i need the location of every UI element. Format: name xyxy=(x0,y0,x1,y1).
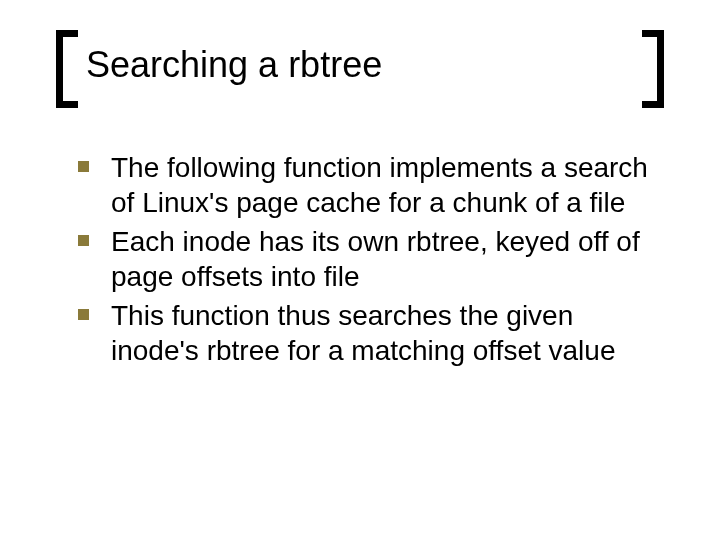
list-item-text: This function thus searches the given in… xyxy=(111,298,660,368)
left-bracket-icon xyxy=(56,30,78,108)
list-item: This function thus searches the given in… xyxy=(78,298,660,368)
list-item: The following function implements a sear… xyxy=(78,150,660,220)
list-item-text: Each inode has its own rbtree, keyed off… xyxy=(111,224,660,294)
square-bullet-icon xyxy=(78,309,89,320)
square-bullet-icon xyxy=(78,235,89,246)
title-bar: Searching a rbtree xyxy=(56,36,664,106)
square-bullet-icon xyxy=(78,161,89,172)
body-content: The following function implements a sear… xyxy=(78,150,660,372)
list-item: Each inode has its own rbtree, keyed off… xyxy=(78,224,660,294)
list-item-text: The following function implements a sear… xyxy=(111,150,660,220)
slide: Searching a rbtree The following functio… xyxy=(0,0,720,540)
right-bracket-icon xyxy=(642,30,664,108)
slide-title: Searching a rbtree xyxy=(86,44,382,86)
